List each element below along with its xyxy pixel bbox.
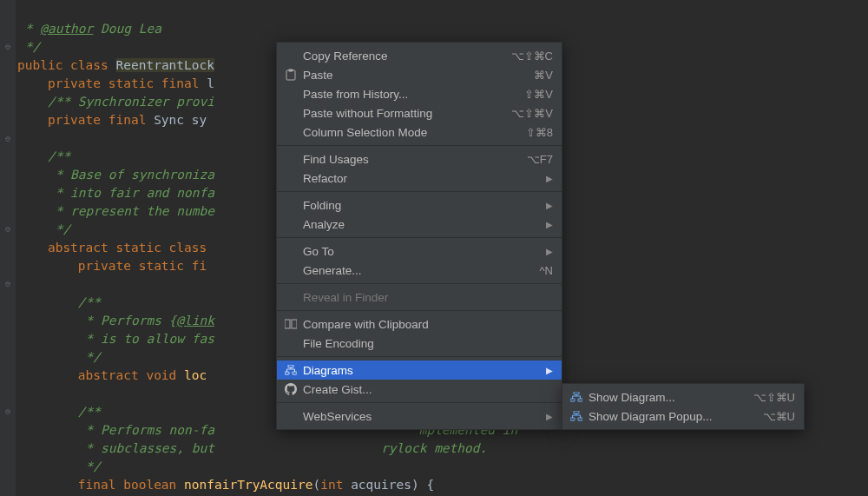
menu-folding[interactable]: Folding ▶ [277, 195, 562, 215]
gutter-fold-icon[interactable]: ⊖ [3, 407, 12, 415]
svg-rect-9 [578, 399, 582, 401]
code-comment: * subclasses, but rylock method. [17, 441, 487, 455]
menu-shortcut: ⇧⌘8 [526, 126, 553, 139]
code-keyword: int [320, 478, 351, 492]
submenu-show-diagram-popup[interactable]: Show Diagram Popup... ⌥⌘U [562, 407, 804, 426]
code-comment: /** [78, 295, 101, 309]
diagrams-submenu: Show Diagram... ⌥⇧⌘U Show Diagram Popup.… [562, 383, 805, 430]
gutter-fold-icon[interactable]: ⊖ [3, 279, 12, 288]
code-comment: */ [17, 222, 70, 236]
menu-label: Copy Reference [299, 50, 511, 63]
code-text: ) { [411, 478, 434, 492]
menu-separator [277, 145, 562, 146]
submenu-show-diagram[interactable]: Show Diagram... ⌥⇧⌘U [562, 387, 804, 407]
menu-label: Generate... [299, 264, 540, 277]
svg-rect-2 [285, 320, 290, 328]
code-keyword: abstract void [78, 368, 184, 382]
svg-rect-8 [570, 399, 575, 401]
code-keyword: final boolean [78, 478, 184, 492]
menu-separator [277, 402, 562, 403]
clipboard-icon [282, 69, 299, 81]
menu-label: WebServices [299, 410, 542, 423]
gutter-fold-icon[interactable]: ⊖ [3, 42, 12, 50]
menu-compare-clipboard[interactable]: Compare with Clipboard [277, 314, 562, 334]
menu-analyze[interactable]: Analyze ▶ [277, 215, 562, 234]
submenu-arrow-icon: ▶ [542, 201, 553, 210]
code-text: ( [312, 478, 320, 492]
submenu-arrow-icon: ▶ [542, 247, 553, 256]
gutter-fold-icon[interactable]: ⊖ [3, 224, 12, 233]
code-text: * @author Doug Lea [17, 22, 161, 36]
menu-paste-history[interactable]: Paste from History... ⇧⌘V [277, 84, 562, 103]
menu-file-encoding[interactable]: File Encoding [277, 334, 562, 353]
submenu-arrow-icon: ▶ [542, 366, 553, 375]
menu-webservices[interactable]: WebServices ▶ [277, 407, 562, 426]
svg-rect-4 [288, 365, 293, 367]
code-type: Sync [154, 113, 192, 127]
code-keyword: abstract static class [48, 241, 214, 255]
code-comment: */ [17, 460, 101, 473]
submenu-arrow-icon: ▶ [542, 174, 553, 183]
menu-create-gist[interactable]: Create Gist... [277, 380, 562, 399]
menu-paste[interactable]: Paste ⌘V [277, 65, 562, 84]
svg-rect-3 [292, 320, 297, 328]
submenu-arrow-icon: ▶ [542, 220, 553, 229]
svg-rect-1 [289, 69, 293, 72]
menu-label: Folding [299, 199, 542, 212]
menu-generate[interactable]: Generate... ^N [277, 261, 562, 280]
svg-rect-5 [285, 372, 289, 374]
menu-diagrams[interactable]: Diagrams ▶ [277, 360, 562, 380]
menu-reveal-finder[interactable]: Reveal in Finder [277, 288, 562, 307]
code-comment: /** [78, 405, 101, 419]
menu-copy-reference[interactable]: Copy Reference ⌥⇧⌘C [277, 46, 562, 65]
menu-label: File Encoding [299, 337, 553, 350]
menu-label: Diagrams [299, 364, 542, 377]
menu-paste-without-formatting[interactable]: Paste without Formatting ⌥⇧⌘V [277, 103, 562, 122]
code-keyword: private static fi [78, 259, 207, 273]
code-comment: /** [48, 149, 70, 163]
code-classname: ReentrantLock [116, 58, 215, 72]
menu-shortcut: ^N [540, 264, 554, 277]
menu-label: Analyze [299, 218, 542, 231]
code-comment: */ [17, 350, 101, 364]
code-keyword: private static final [48, 76, 207, 90]
menu-label: Create Gist... [299, 383, 553, 396]
menu-find-usages[interactable]: Find Usages ⌥F7 [277, 149, 562, 169]
menu-separator [277, 191, 562, 192]
menu-separator [277, 237, 562, 238]
menu-shortcut: ⇧⌘V [524, 88, 553, 101]
svg-rect-10 [574, 411, 579, 413]
menu-separator [277, 310, 562, 311]
menu-label: Show Diagram... [585, 391, 753, 404]
menu-label: Go To [299, 245, 542, 258]
code-comment: * is to allow fas [17, 332, 214, 346]
menu-column-selection[interactable]: Column Selection Mode ⇧⌘8 [277, 122, 562, 142]
code-text: */ [17, 40, 40, 54]
svg-rect-0 [286, 70, 295, 80]
svg-rect-7 [574, 392, 579, 394]
menu-label: Paste without Formatting [299, 107, 511, 120]
gutter-fold-icon[interactable]: ⊖ [3, 134, 12, 142]
menu-refactor[interactable]: Refactor ▶ [277, 169, 562, 188]
menu-label: Paste [299, 69, 534, 82]
code-param: acquires [351, 478, 411, 492]
code-text: sy [192, 113, 207, 127]
menu-label: Find Usages [299, 153, 527, 166]
menu-label: Paste from History... [299, 88, 524, 101]
menu-shortcut: ⌥⇧⌘U [753, 391, 795, 404]
menu-label: Column Selection Mode [299, 126, 526, 139]
menu-shortcut: ⌥⇧⌘C [511, 50, 553, 63]
menu-shortcut: ⌥F7 [527, 153, 553, 166]
menu-separator [277, 356, 562, 357]
menu-label: Refactor [299, 172, 542, 185]
diagram-icon [568, 392, 585, 402]
submenu-arrow-icon: ▶ [542, 412, 553, 421]
menu-shortcut: ⌥⇧⌘V [511, 107, 553, 120]
github-icon [282, 383, 299, 395]
context-menu: Copy Reference ⌥⇧⌘C Paste ⌘V Paste from … [276, 42, 562, 430]
svg-rect-6 [293, 372, 297, 374]
menu-label: Show Diagram Popup... [585, 410, 763, 423]
code-text: l [207, 76, 214, 90]
menu-goto[interactable]: Go To ▶ [277, 241, 562, 261]
svg-rect-12 [578, 418, 582, 420]
